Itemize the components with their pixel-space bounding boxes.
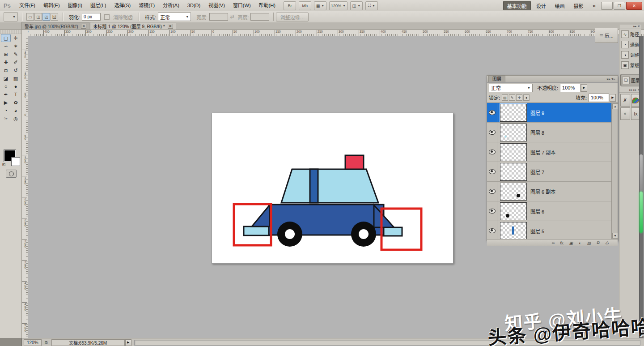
menu-3d[interactable]: 3D(D) <box>183 0 204 11</box>
scrollbar-thumb-green[interactable] <box>640 192 643 233</box>
dock-header[interactable]: ▸▸ ✕ <box>619 25 641 29</box>
visibility-toggle[interactable] <box>487 162 497 181</box>
zoom-level-dropdown[interactable]: 120%▼ <box>329 1 347 10</box>
selection-intersect-button[interactable]: 回 <box>51 13 58 21</box>
3d-orbit-tool[interactable]: ◕ <box>11 107 21 115</box>
opacity-input[interactable]: 100% <box>560 84 580 92</box>
feather-input[interactable]: 0 px <box>82 13 101 21</box>
menu-layer[interactable]: 图层(L) <box>86 0 110 11</box>
layer-row[interactable]: 图层 7 副本 <box>487 142 618 162</box>
gradient-tool[interactable]: ▨ <box>11 74 21 82</box>
3d-rotate-tool[interactable]: ◔ <box>1 107 11 115</box>
lock-position-icon[interactable]: ✛ <box>516 94 522 101</box>
layers-panel-tab[interactable]: 图层 <box>488 76 505 82</box>
layer-thumbnail[interactable] <box>500 143 527 161</box>
dock-panel-masks[interactable]: ▣蒙版 <box>619 60 641 70</box>
menu-select[interactable]: 选择(S) <box>110 0 135 11</box>
visibility-toggle[interactable] <box>487 221 497 239</box>
visibility-toggle[interactable] <box>487 201 497 221</box>
layer-thumbnail[interactable] <box>500 183 527 201</box>
layer-style-fx-icon[interactable]: fx. <box>558 241 567 245</box>
history-brush-tool[interactable]: ↺ <box>11 66 21 74</box>
bridge-button[interactable]: Br <box>284 1 296 10</box>
restore-button[interactable]: ❐ <box>614 2 625 10</box>
dock-tool-presets-button[interactable]: ✗ <box>620 94 630 107</box>
default-colors-icon[interactable]: ◱ <box>2 162 7 167</box>
layer-thumbnail[interactable] <box>500 163 527 181</box>
arrange-documents-button[interactable]: ◫▼ <box>350 1 363 10</box>
status-expand-button[interactable]: ▶ <box>125 339 131 346</box>
clone-stamp-tool[interactable]: ◘ <box>1 66 11 74</box>
layer-row[interactable]: 图层 6 <box>487 201 618 221</box>
blend-mode-select[interactable]: 正常▼ <box>489 84 533 92</box>
hand-tool[interactable]: ☞ <box>1 115 11 123</box>
visibility-toggle[interactable] <box>487 142 497 162</box>
tab-doc-untitled-1[interactable]: 未标题-1 @ 120% (图层 9, RGB/8) *✕ <box>90 22 176 30</box>
layer-row[interactable]: +图层 8 <box>487 123 618 142</box>
new-layer-icon[interactable]: ⧉ <box>593 240 602 245</box>
minimize-button[interactable]: ─ <box>601 2 613 10</box>
style-select[interactable]: 正常▼ <box>158 13 191 21</box>
eyedropper-tool[interactable]: ✎ <box>11 50 21 58</box>
blur-tool[interactable]: ○ <box>1 82 11 90</box>
add-layer-mask-icon[interactable]: ▣ <box>567 241 576 245</box>
visibility-toggle[interactable] <box>487 103 497 122</box>
active-tool-preset[interactable]: ▼ <box>4 12 18 21</box>
menu-window[interactable]: 窗口(W) <box>229 0 255 11</box>
rectangular-marquee-tool[interactable]: ▢ <box>1 34 11 42</box>
crop-tool[interactable]: ⊞ <box>1 50 11 58</box>
dodge-tool[interactable]: ● <box>11 82 21 90</box>
visibility-toggle[interactable] <box>487 123 497 142</box>
layer-thumbnail[interactable]: + <box>500 124 527 141</box>
pen-tool[interactable]: ✒ <box>1 90 11 98</box>
layer-row[interactable]: 图层 7 <box>487 162 618 182</box>
layers-panel-titlebar[interactable]: 图层 ▸▸ ▾≡ <box>487 76 618 83</box>
layers-scrollbar[interactable]: ▲ ▼ <box>611 103 618 239</box>
menu-edit[interactable]: 编辑(E) <box>39 0 64 11</box>
dock-panel-channels[interactable]: ◔通道 <box>619 39 641 50</box>
zoom-tool[interactable]: ◎ <box>11 115 21 123</box>
eraser-tool[interactable]: ◪ <box>1 74 11 82</box>
layer-thumbnail[interactable] <box>500 104 527 122</box>
workspace-overflow-button[interactable]: » <box>589 1 599 10</box>
selection-new-button[interactable]: ▭ <box>26 13 34 21</box>
lasso-tool[interactable]: ∽ <box>1 42 11 50</box>
panel-grip[interactable] <box>0 30 21 34</box>
workspace-painting[interactable]: 绘画 <box>551 1 568 10</box>
visibility-toggle[interactable] <box>487 182 497 201</box>
menu-help[interactable]: 帮助(H) <box>255 0 280 11</box>
new-group-icon[interactable]: ▤ <box>585 241 593 245</box>
dock-panel-paths[interactable]: ∿路径 <box>619 29 641 39</box>
scroll-down-button[interactable]: ▼ <box>612 233 618 239</box>
link-layers-icon[interactable]: ∞ <box>549 241 558 245</box>
selection-add-button[interactable]: ◫ <box>34 13 42 21</box>
lock-paint-icon[interactable]: ✎ <box>509 94 515 101</box>
menu-analysis[interactable]: 分析(A) <box>159 0 183 11</box>
brush-tool[interactable]: ✐ <box>11 58 21 66</box>
status-zoom-input[interactable]: 120% <box>24 339 42 346</box>
history-panel-button[interactable]: ≣ 历… <box>595 28 618 43</box>
menu-file[interactable]: 文件(F) <box>15 0 39 11</box>
fill-input[interactable]: 100% <box>589 94 609 102</box>
lock-all-icon[interactable]: ● <box>523 94 530 101</box>
fill-slider-button[interactable]: ▶ <box>610 94 616 102</box>
quick-selection-tool[interactable]: ✶ <box>11 42 21 50</box>
background-color-swatch[interactable] <box>11 157 20 166</box>
close-button[interactable]: ✕ <box>626 2 642 10</box>
menu-view[interactable]: 视图(V) <box>204 0 229 11</box>
artboard[interactable] <box>212 113 453 264</box>
view-extras-button[interactable]: ▦▼ <box>314 1 326 10</box>
panel-collapse-icon[interactable]: ▸▸ ▾≡ <box>607 77 615 81</box>
move-tool[interactable]: ✛ <box>11 34 21 42</box>
selection-subtract-button[interactable]: ◰ <box>42 13 50 21</box>
opacity-slider-button[interactable]: ▶ <box>581 84 587 92</box>
tab-close-icon[interactable]: ✕ <box>168 24 174 29</box>
tab-doc-police-jpg[interactable]: 警车.jpg @ 100%(RGB/8#)✕ <box>21 22 89 30</box>
menu-image[interactable]: 图像(I) <box>64 0 86 11</box>
healing-brush-tool[interactable]: ✚ <box>1 58 11 66</box>
dock-clone-source-button[interactable]: ⌖ <box>620 107 630 120</box>
workspace-design[interactable]: 设计 <box>533 1 550 10</box>
scroll-up-button[interactable]: ▲ <box>612 103 618 109</box>
dock-header-2[interactable]: ▸▸ ▸▸ ✕ <box>619 88 641 93</box>
horizontal-ruler[interactable]: 4504003503002502001501005005010015020025… <box>28 30 644 36</box>
